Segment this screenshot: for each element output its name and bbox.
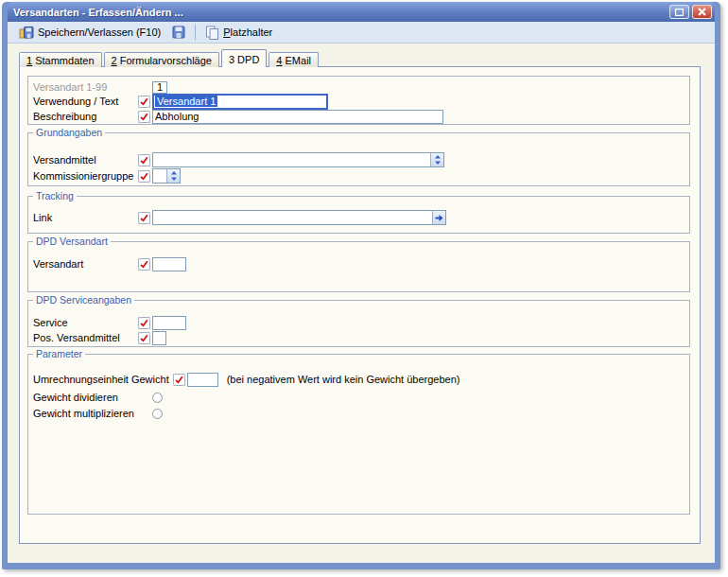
dpd-versandart-field[interactable] bbox=[152, 257, 186, 271]
tab-dpd[interactable]: 3 DPD bbox=[221, 49, 267, 67]
versandmittel-field[interactable] bbox=[153, 153, 430, 166]
selected-text: Versandart 1 bbox=[155, 96, 217, 107]
kommissioniergruppe-field[interactable] bbox=[153, 169, 166, 183]
kommissioniergruppe-row: Kommissioniergruppe bbox=[33, 168, 685, 184]
verwendung-row: Verwendung / Text Versandart 1 bbox=[33, 93, 685, 110]
pos-versandmittel-field[interactable] bbox=[152, 331, 166, 345]
close-button[interactable] bbox=[692, 5, 712, 19]
save-icon bbox=[172, 26, 185, 39]
toolbar: Speichern/Verlassen (F10) Platzhalter bbox=[8, 22, 715, 44]
verwendung-field[interactable]: Versandart 1 bbox=[152, 94, 328, 110]
arrow-right-icon bbox=[434, 213, 444, 223]
versandmittel-row: Versandmittel bbox=[33, 152, 685, 167]
tab-strip: 1 Stammdaten 2 Formularvorschläge 3 DPD … bbox=[19, 49, 715, 67]
verwendung-label: Verwendung / Text bbox=[33, 96, 138, 107]
dpd-versandart-label: Versandart bbox=[33, 258, 138, 270]
required-check-icon[interactable] bbox=[138, 95, 151, 108]
maximize-button[interactable] bbox=[669, 5, 689, 19]
beschreibung-row: Beschreibung bbox=[33, 109, 685, 124]
required-check-icon[interactable] bbox=[138, 257, 151, 271]
save-exit-icon bbox=[19, 26, 34, 40]
dpd-service-group-title: DPD Serviceangaben bbox=[33, 294, 134, 306]
link-fieldwrap[interactable] bbox=[152, 210, 446, 225]
window-title: Versandarten - Erfassen/Ändern ... bbox=[13, 7, 667, 18]
spinner-arrows-icon bbox=[434, 154, 442, 166]
beschreibung-field[interactable] bbox=[152, 110, 443, 124]
dpd-versandart-group: DPD Versandart Versandart bbox=[27, 241, 690, 292]
tab-formularvorschlaege[interactable]: 2 Formularvorschläge bbox=[104, 52, 219, 67]
gewicht-dividieren-radio[interactable] bbox=[152, 393, 163, 403]
service-row: Service bbox=[33, 315, 685, 330]
required-check-icon[interactable] bbox=[172, 373, 185, 386]
versandmittel-spinner-button[interactable] bbox=[430, 153, 443, 166]
link-field[interactable] bbox=[153, 211, 432, 224]
grundangaben-group: Grundangaben Versandmittel Kommissionier… bbox=[27, 132, 690, 186]
title-bar[interactable]: Versandarten - Erfassen/Ändern ... bbox=[8, 2, 715, 22]
maximize-icon bbox=[675, 9, 684, 16]
required-check-icon[interactable] bbox=[138, 316, 151, 329]
versandmittel-combobox[interactable] bbox=[152, 152, 444, 167]
dpd-versandart-row: Versandart bbox=[33, 256, 685, 271]
tab-stammdaten[interactable]: 1 Stammdaten bbox=[19, 52, 102, 67]
versandart-number-label: Versandart 1-99 bbox=[33, 81, 138, 93]
toolbar-separator bbox=[195, 25, 196, 40]
gewicht-multiplizieren-label: Gewicht multiplizieren bbox=[33, 408, 138, 419]
gewicht-multiplizieren-radio[interactable] bbox=[152, 409, 163, 419]
umrechnungseinheit-row: Umrechnungseinheit Gewicht (bei negative… bbox=[33, 372, 685, 387]
versandmittel-label: Versandmittel bbox=[33, 154, 138, 166]
required-check-icon[interactable] bbox=[138, 169, 151, 183]
required-check-icon[interactable] bbox=[138, 331, 151, 344]
beschreibung-label: Beschreibung bbox=[33, 111, 138, 122]
link-row: Link bbox=[33, 210, 685, 225]
close-icon bbox=[698, 8, 706, 16]
tab-email[interactable]: 4 EMail bbox=[269, 52, 319, 67]
link-open-button[interactable] bbox=[432, 211, 445, 224]
umrechnungseinheit-label: Umrechnungseinheit Gewicht bbox=[33, 374, 169, 385]
platzhalter-label: Platzhalter bbox=[223, 26, 272, 38]
identity-group: Versandart 1-99 Verwendung / Text Versan… bbox=[27, 76, 690, 125]
tracking-group: Tracking Link bbox=[27, 196, 690, 234]
gewicht-multiplizieren-row: Gewicht multiplizieren bbox=[33, 406, 685, 421]
save-exit-button[interactable]: Speichern/Verlassen (F10) bbox=[13, 22, 166, 43]
kommissioniergruppe-combobox[interactable] bbox=[152, 168, 181, 184]
platzhalter-button[interactable]: Platzhalter bbox=[199, 22, 278, 43]
pos-versandmittel-label: Pos. Versandmittel bbox=[33, 332, 138, 343]
spinner-arrows-icon bbox=[170, 170, 178, 182]
tab-page-dpd: Versandart 1-99 Verwendung / Text Versan… bbox=[19, 66, 701, 544]
save-exit-label: Speichern/Verlassen (F10) bbox=[38, 26, 161, 38]
umrechnungseinheit-field[interactable] bbox=[187, 373, 218, 387]
window-client-area: Speichern/Verlassen (F10) Platzhalter 1 … bbox=[8, 22, 715, 563]
copy-icon bbox=[205, 26, 219, 40]
required-check-icon[interactable] bbox=[138, 211, 151, 224]
save-button[interactable] bbox=[166, 22, 191, 43]
gewicht-dividieren-label: Gewicht dividieren bbox=[33, 392, 138, 403]
grundangaben-group-title: Grundangaben bbox=[33, 127, 105, 138]
service-field[interactable] bbox=[152, 316, 186, 330]
pos-versandmittel-row: Pos. Versandmittel bbox=[33, 330, 685, 345]
dpd-versandart-group-title: DPD Versandart bbox=[33, 236, 111, 247]
service-label: Service bbox=[33, 317, 138, 328]
parameter-group: Parameter Umrechnungseinheit Gewicht (be… bbox=[27, 354, 690, 515]
tracking-group-title: Tracking bbox=[33, 190, 77, 201]
required-check-icon[interactable] bbox=[138, 153, 151, 166]
gewicht-dividieren-row: Gewicht dividieren bbox=[33, 390, 685, 405]
link-label: Link bbox=[33, 212, 138, 223]
dpd-service-group: DPD Serviceangaben Service Pos. Versandm… bbox=[27, 300, 690, 347]
kommissioniergruppe-label: Kommissioniergruppe bbox=[33, 170, 138, 182]
umrechnungseinheit-hint: (bei negativem Wert wird kein Gewicht üb… bbox=[227, 374, 460, 385]
dialog-window: Versandarten - Erfassen/Ändern ... Speic… bbox=[2, 2, 720, 569]
versandart-number-field[interactable] bbox=[152, 81, 167, 94]
parameter-group-title: Parameter bbox=[33, 348, 85, 359]
kommissioniergruppe-spinner-button[interactable] bbox=[166, 169, 180, 183]
required-check-icon[interactable] bbox=[138, 110, 151, 123]
